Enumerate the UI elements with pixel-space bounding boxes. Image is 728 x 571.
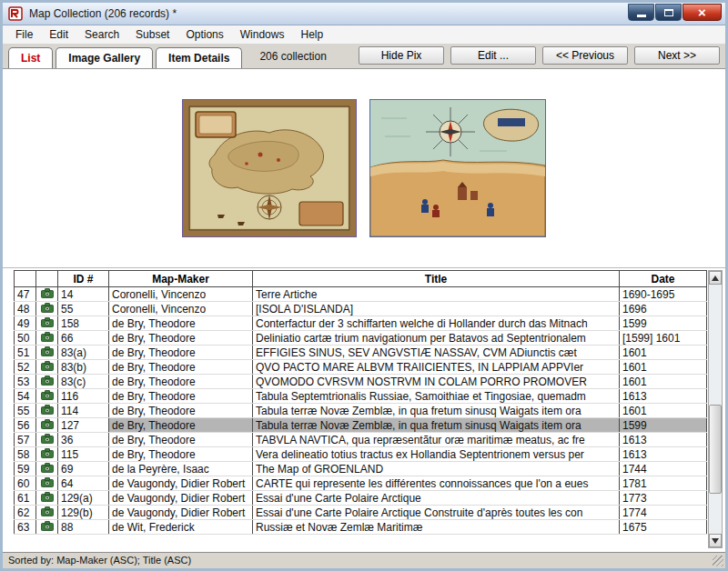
image-indicator-cell[interactable] xyxy=(36,491,58,506)
camera-icon xyxy=(41,390,54,400)
window-title: Map Collection (206 records) * xyxy=(29,7,627,20)
camera-icon xyxy=(41,521,54,531)
table-row[interactable]: 5383(c)de Bry, TheodoreQVOMODO CVRSVM NO… xyxy=(15,375,707,389)
menu-item-help[interactable]: Help xyxy=(292,25,331,44)
hide-pix-button[interactable]: Hide Pix xyxy=(359,46,444,65)
image-indicator-cell[interactable] xyxy=(36,418,58,433)
map-thumbnail-iceland[interactable] xyxy=(182,99,357,237)
image-indicator-cell[interactable] xyxy=(36,520,58,535)
image-indicator-cell[interactable] xyxy=(36,375,58,389)
id-cell: 36 xyxy=(58,433,109,447)
date-cell: 1599 xyxy=(620,418,707,433)
tab-item-details[interactable]: Item Details xyxy=(156,47,242,68)
image-indicator-cell[interactable] xyxy=(36,316,58,331)
table-row[interactable]: 58115de Bry, TheodoreVera delineatio tot… xyxy=(15,447,707,462)
close-button[interactable]: × xyxy=(682,4,722,21)
map-thumbnail-isola[interactable] xyxy=(369,99,546,237)
title-cell: EFFIGIES SINUS, SEV ANGVSTIÆ NASSAV, CVM… xyxy=(253,346,620,360)
table-row[interactable]: 54116de Bry, TheodoreTabula Septemtriona… xyxy=(15,389,707,404)
maker-cell: de Wit, Frederick xyxy=(109,520,253,535)
menu-item-options[interactable]: Options xyxy=(177,25,231,44)
next-button[interactable]: Next >> xyxy=(634,46,720,65)
camera-icon xyxy=(41,492,54,502)
date-cell: 1774 xyxy=(620,506,707,520)
minimize-icon xyxy=(637,15,646,17)
title-cell: Tabula Septemtrionalis Russiae, Samoithi… xyxy=(253,389,620,404)
row-number-cell: 47 xyxy=(15,287,36,302)
image-indicator-cell[interactable] xyxy=(36,331,58,346)
table-row[interactable]: 55114de Bry, TheodoreTabula terræ Novæ Z… xyxy=(15,404,707,418)
scroll-up-button[interactable] xyxy=(709,271,722,285)
menu-item-file[interactable]: File xyxy=(7,25,41,44)
arrow-up-icon xyxy=(712,275,719,281)
image-indicator-cell[interactable] xyxy=(36,433,58,447)
table-row[interactable]: 4855Coronelli, Vincenzo[ISOLA D'ISLANDA]… xyxy=(15,302,707,316)
row-number-cell: 48 xyxy=(15,302,36,316)
maximize-button[interactable] xyxy=(655,4,682,21)
image-indicator-cell[interactable] xyxy=(36,389,58,404)
id-cell: 64 xyxy=(58,476,109,491)
scrollbar-track[interactable] xyxy=(709,285,722,534)
table-row[interactable]: 6388de Wit, FrederickRussiæ et Novæ Zeml… xyxy=(15,520,707,535)
table-row[interactable]: 56127de Bry, TheodoreTabula terræ Novæ Z… xyxy=(15,418,707,433)
arrow-down-icon xyxy=(712,538,719,544)
maker-cell: de Bry, Theodore xyxy=(109,389,253,404)
table-row[interactable]: 6064de Vaugondy, Didier RobertCARTE qui … xyxy=(15,476,707,491)
row-number-cell: 56 xyxy=(15,418,36,433)
image-indicator-cell[interactable] xyxy=(36,287,58,302)
image-indicator-cell[interactable] xyxy=(36,476,58,491)
col-maker[interactable]: Map-Maker xyxy=(109,271,253,287)
image-indicator-cell[interactable] xyxy=(36,302,58,316)
tab-image-gallery[interactable]: Image Gallery xyxy=(56,47,153,68)
col-id[interactable]: ID # xyxy=(58,271,109,287)
menu-item-search[interactable]: Search xyxy=(76,25,127,44)
previous-button[interactable]: << Previous xyxy=(542,46,628,65)
date-cell: 1613 xyxy=(620,447,707,462)
row-number-cell: 49 xyxy=(15,316,36,331)
table-row[interactable]: 61129(a)de Vaugondy, Didier RobertEssai … xyxy=(15,491,707,506)
title-bar[interactable]: Map Collection (206 records) * × xyxy=(3,3,725,25)
image-indicator-cell[interactable] xyxy=(36,462,58,476)
col-date[interactable]: Date xyxy=(620,271,707,287)
table-row[interactable]: 62129(b)de Vaugondy, Didier RobertEssai … xyxy=(15,506,707,520)
table-row[interactable]: 4714Coronelli, VincenzoTerre Artiche1690… xyxy=(15,287,707,302)
tab-list[interactable]: List xyxy=(8,47,53,68)
record-table: ID # Map-Maker Title Date 4714Coronelli,… xyxy=(14,270,707,535)
title-cell: Conterfactur der 3 schiffarten welche di… xyxy=(253,316,620,331)
id-cell: 129(b) xyxy=(58,506,109,520)
table-row[interactable]: 5283(b)de Bry, TheodoreQVO PACTO MARE AL… xyxy=(15,360,707,375)
resize-grip[interactable] xyxy=(713,556,723,566)
close-icon: × xyxy=(698,5,706,19)
scrollbar-thumb[interactable] xyxy=(709,405,722,495)
table-row[interactable]: 5736de Bry, TheodoreTABVLA NAVTICA, qua … xyxy=(15,433,707,447)
table-row[interactable]: 5066de Bry, TheodoreDeliniatio cartæ tri… xyxy=(15,331,707,346)
menu-item-windows[interactable]: Windows xyxy=(232,25,293,44)
title-cell: [ISOLA D'ISLANDA] xyxy=(253,302,620,316)
row-number-cell: 53 xyxy=(15,375,36,389)
status-bar: Sorted by: Map-Maker (ASC); Title (ASC) xyxy=(3,552,725,568)
table-header-row: ID # Map-Maker Title Date xyxy=(15,271,707,287)
col-title[interactable]: Title xyxy=(253,271,620,287)
image-indicator-cell[interactable] xyxy=(36,360,58,375)
edit-button[interactable]: Edit ... xyxy=(450,46,536,65)
maker-cell: de Bry, Theodore xyxy=(109,433,253,447)
scroll-down-button[interactable] xyxy=(709,534,722,547)
image-indicator-cell[interactable] xyxy=(36,404,58,418)
minimize-button[interactable] xyxy=(628,4,654,21)
maker-cell: de Bry, Theodore xyxy=(109,418,253,433)
id-cell: 83(a) xyxy=(58,346,109,360)
title-cell: Russiæ et Novæ Zemlæ Maritimæ xyxy=(253,520,620,535)
col-image xyxy=(36,271,58,287)
maker-cell: Coronelli, Vincenzo xyxy=(109,302,253,316)
table-row[interactable]: 5969de la Peyrère, IsaacThe Map of GROEN… xyxy=(15,462,707,476)
image-indicator-cell[interactable] xyxy=(36,506,58,520)
menu-item-edit[interactable]: Edit xyxy=(41,25,76,44)
toolbar-buttons: Hide PixEdit ...<< PreviousNext >> xyxy=(359,46,720,65)
vertical-scrollbar[interactable] xyxy=(708,270,723,548)
image-indicator-cell[interactable] xyxy=(36,346,58,360)
menu-item-subset[interactable]: Subset xyxy=(127,25,177,44)
sort-status-text: Sorted by: Map-Maker (ASC); Title (ASC) xyxy=(8,555,191,566)
table-row[interactable]: 49158de Bry, TheodoreConterfactur der 3 … xyxy=(15,316,707,331)
table-row[interactable]: 5183(a)de Bry, TheodoreEFFIGIES SINUS, S… xyxy=(15,346,707,360)
image-indicator-cell[interactable] xyxy=(36,447,58,462)
